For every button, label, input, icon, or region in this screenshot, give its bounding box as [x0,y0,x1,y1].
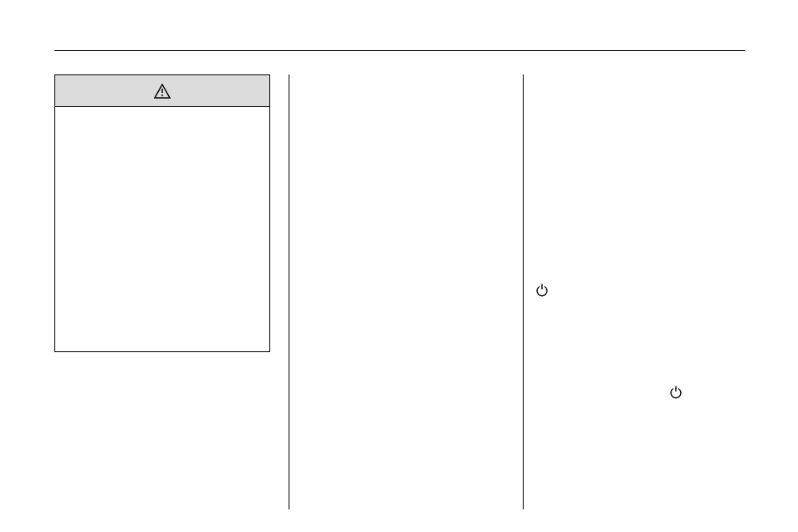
column-1 [54,74,289,509]
manual-page [54,50,745,509]
warning-triangle-icon [154,84,171,99]
header-rule [54,50,745,51]
warning-box [54,74,270,352]
power-icon [669,386,684,401]
content-columns [54,74,745,509]
column-3 [523,74,745,509]
power-icon [535,284,550,299]
svg-point-2 [161,95,163,96]
warning-body [55,107,269,351]
warning-header [55,75,269,107]
column-2 [289,74,523,509]
